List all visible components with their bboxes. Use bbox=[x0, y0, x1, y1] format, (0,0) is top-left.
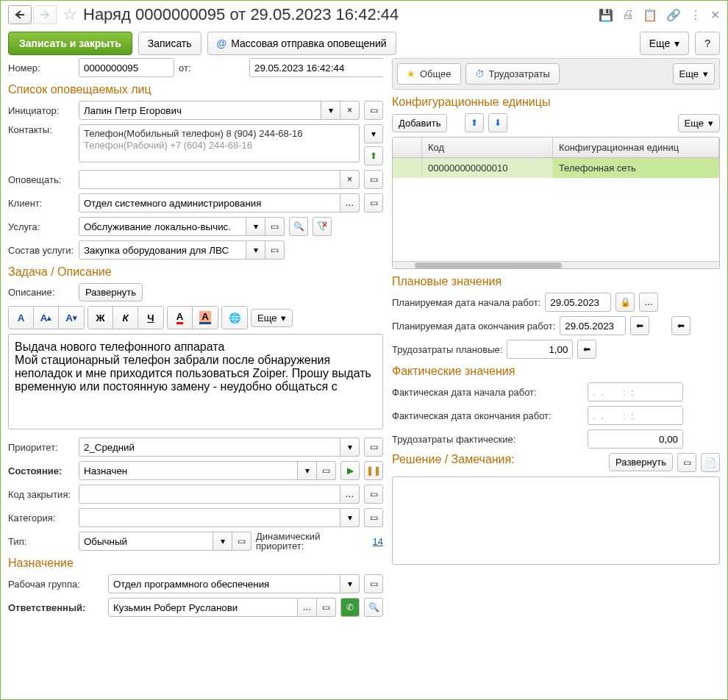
filter-clear-icon[interactable] bbox=[313, 217, 332, 236]
service-input[interactable] bbox=[79, 217, 246, 236]
more-dots-icon[interactable]: … bbox=[639, 293, 658, 312]
tab-labor[interactable]: ⏱ Трудозатраты bbox=[465, 63, 560, 85]
save-close-button[interactable]: Записать и закрыть bbox=[8, 32, 132, 55]
fill-left-icon[interactable]: ⬅ bbox=[630, 316, 649, 335]
open-icon[interactable]: ▭ bbox=[317, 598, 336, 617]
search-icon[interactable]: 🔍 bbox=[364, 598, 383, 617]
dropdown-icon[interactable]: ▾ bbox=[321, 101, 340, 120]
open-icon[interactable]: ▭ bbox=[232, 532, 251, 551]
dropdown-icon[interactable]: ▾ bbox=[246, 240, 265, 260]
contacts-box[interactable]: Телефон(Мобильный телефон) 8 (904) 244-6… bbox=[79, 124, 360, 162]
favorite-star-icon[interactable]: ☆ bbox=[63, 5, 77, 24]
col-unit[interactable]: Конфигурационная единиц bbox=[553, 138, 719, 157]
actual-start-input[interactable] bbox=[588, 382, 683, 401]
play-icon[interactable]: ▶ bbox=[340, 461, 360, 480]
more-dots-icon[interactable]: … bbox=[340, 485, 360, 504]
actual-labor-input[interactable] bbox=[588, 429, 683, 449]
col-code[interactable]: Код bbox=[422, 138, 553, 157]
tab-general[interactable]: ★ Общее bbox=[397, 63, 461, 85]
more-button[interactable]: Еще ▾ bbox=[640, 32, 690, 55]
initiator-input[interactable] bbox=[79, 101, 321, 120]
clear-icon[interactable]: × bbox=[340, 170, 360, 189]
dropdown-icon[interactable]: ▾ bbox=[340, 438, 360, 457]
underline-icon[interactable]: Ч bbox=[138, 307, 163, 329]
open-icon[interactable]: ▭ bbox=[364, 438, 383, 457]
service-comp-input[interactable] bbox=[79, 240, 246, 260]
actual-end-input[interactable] bbox=[588, 406, 683, 425]
font-normal-icon[interactable]: A bbox=[9, 307, 34, 329]
search-icon[interactable]: 🔍 bbox=[289, 217, 308, 236]
notify-input[interactable] bbox=[79, 170, 340, 189]
h-scrollbar[interactable] bbox=[393, 261, 719, 268]
open-icon[interactable]: ▭ bbox=[364, 508, 383, 527]
open-icon[interactable]: ▭ bbox=[364, 101, 383, 120]
open-icon[interactable]: ▭ bbox=[677, 453, 696, 472]
fill-left-icon[interactable]: ⬅ bbox=[671, 316, 690, 335]
planned-start-input[interactable] bbox=[545, 293, 611, 312]
save-button[interactable]: Записать bbox=[138, 32, 201, 55]
dropdown-icon[interactable]: ▾ bbox=[364, 124, 383, 143]
state-input[interactable] bbox=[79, 461, 298, 480]
date-input[interactable] bbox=[249, 58, 383, 77]
rt-more-button[interactable]: Еще ▾ bbox=[251, 309, 293, 327]
open-icon[interactable]: ▭ bbox=[317, 461, 336, 480]
planned-end-input[interactable] bbox=[560, 316, 626, 335]
table-more-button[interactable]: Еще ▾ bbox=[678, 114, 720, 132]
type-input[interactable] bbox=[79, 532, 213, 551]
add-button[interactable]: Добавить bbox=[392, 114, 447, 132]
refresh-up-icon[interactable]: ⬆ bbox=[364, 146, 383, 165]
priority-input[interactable] bbox=[79, 438, 340, 457]
close-code-input[interactable] bbox=[79, 485, 340, 504]
dyn-priority-link[interactable]: 14 bbox=[373, 536, 383, 547]
back-button[interactable] bbox=[8, 5, 32, 24]
planned-labor-input[interactable] bbox=[507, 340, 573, 359]
workgroup-input[interactable] bbox=[108, 574, 340, 593]
category-input[interactable] bbox=[79, 508, 340, 527]
mass-send-button[interactable]: @ Массовая отправка оповещений bbox=[207, 32, 396, 55]
dropdown-icon[interactable]: ▾ bbox=[340, 508, 360, 527]
save-icon[interactable]: 💾 bbox=[599, 8, 613, 22]
open-icon[interactable]: ▭ bbox=[364, 574, 383, 593]
font-color-icon[interactable]: А bbox=[168, 307, 193, 329]
col-blank[interactable] bbox=[393, 138, 422, 157]
more-dots-icon[interactable]: … bbox=[340, 193, 360, 213]
font-shrink-icon[interactable]: A▾ bbox=[59, 307, 84, 329]
phone-icon[interactable]: ✆ bbox=[340, 598, 360, 617]
bold-icon[interactable]: Ж bbox=[88, 307, 113, 329]
doc-icon[interactable]: 📄 bbox=[701, 453, 720, 472]
move-down-icon[interactable]: ⬇ bbox=[488, 113, 507, 132]
solution-expand-button[interactable]: Развернуть bbox=[609, 453, 673, 471]
open-icon[interactable]: ▭ bbox=[364, 193, 383, 213]
copy-icon[interactable]: 📋 bbox=[643, 8, 657, 22]
tabs-more-button[interactable]: Еще ▾ bbox=[673, 63, 715, 85]
move-up-icon[interactable]: ⬆ bbox=[465, 113, 484, 132]
fill-left-icon[interactable]: ⬅ bbox=[577, 340, 596, 359]
open-icon[interactable]: ▭ bbox=[364, 170, 383, 189]
solution-textarea[interactable] bbox=[392, 476, 720, 565]
pause-icon[interactable]: ❚❚ bbox=[364, 461, 383, 480]
more-dots-icon[interactable]: … bbox=[298, 598, 317, 617]
dropdown-icon[interactable]: ▾ bbox=[340, 574, 360, 593]
italic-icon[interactable]: К bbox=[113, 307, 138, 329]
responsible-input[interactable] bbox=[108, 598, 298, 617]
open-icon[interactable]: ▭ bbox=[265, 240, 285, 260]
expand-button[interactable]: Развернуть bbox=[79, 283, 143, 301]
close-icon[interactable]: ✕ bbox=[710, 8, 720, 22]
link-icon[interactable]: 🔗 bbox=[666, 8, 681, 22]
open-icon[interactable]: ▭ bbox=[265, 217, 285, 236]
font-grow-icon[interactable]: A▴ bbox=[34, 307, 59, 329]
print-icon[interactable]: 🖨 bbox=[622, 8, 634, 21]
dropdown-icon[interactable]: ▾ bbox=[246, 217, 265, 236]
dropdown-icon[interactable]: ▾ bbox=[298, 461, 317, 480]
description-textarea[interactable] bbox=[8, 334, 383, 429]
help-button[interactable]: ? bbox=[695, 32, 720, 55]
lock-icon[interactable]: 🔒 bbox=[615, 293, 635, 312]
table-row[interactable]: 000000000000010 Телефонная сеть bbox=[393, 158, 719, 178]
menu-icon[interactable]: ⋮ bbox=[690, 8, 702, 22]
clear-icon[interactable]: × bbox=[340, 101, 360, 120]
bg-color-icon[interactable]: А bbox=[193, 307, 218, 329]
number-input[interactable] bbox=[79, 58, 174, 77]
dropdown-icon[interactable]: ▾ bbox=[213, 532, 232, 551]
open-icon[interactable]: ▭ bbox=[364, 485, 383, 504]
client-input[interactable] bbox=[79, 193, 340, 213]
